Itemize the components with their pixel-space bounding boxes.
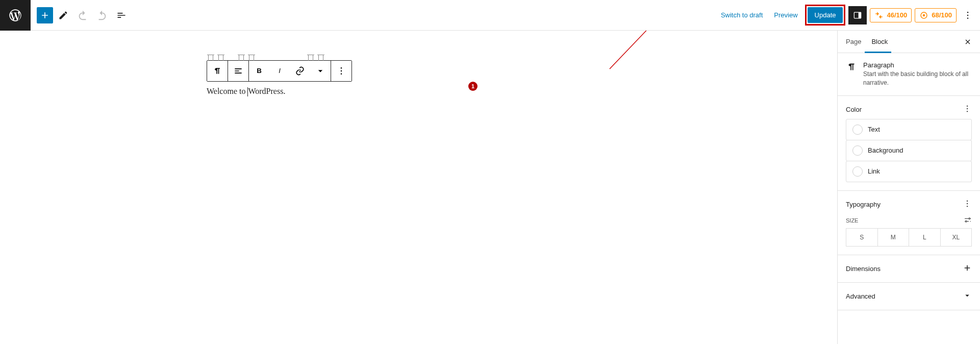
text-swatch [852,125,863,135]
background-swatch [852,145,863,156]
svg-rect-1 [859,12,861,18]
redo-icon [96,10,108,21]
plus-icon [40,10,50,20]
align-button[interactable] [228,61,248,81]
italic-button[interactable]: I [269,61,290,81]
size-custom-button[interactable] [964,216,972,225]
more-options-button[interactable] [960,6,976,24]
size-xl[interactable]: XL [940,229,972,246]
editor-area: B I Welcome to WordPress. [207,60,543,96]
block-description: Start with the basic building block of a… [863,70,972,87]
seo-score-1[interactable]: 46/100 [870,8,912,22]
link-icon [295,66,305,76]
close-icon [964,38,972,46]
toolbar-left [0,0,131,31]
advanced-heading: Advanced [846,292,875,300]
block-toolbar: B I [207,60,352,82]
svg-point-18 [341,70,342,72]
seo-icon-1 [874,11,884,20]
settings-sidebar-button[interactable] [848,6,867,24]
block-title: Paragraph [863,61,972,69]
color-options-button[interactable] [963,104,972,115]
svg-point-4 [967,11,969,13]
block-more-button[interactable] [331,61,351,81]
close-sidebar-button[interactable] [959,33,977,51]
svg-point-10 [967,200,968,201]
tab-page[interactable]: Page [841,31,866,53]
sliders-icon [964,216,972,224]
color-link-row[interactable]: Link [846,161,972,182]
redo-button[interactable] [93,6,111,24]
plus-icon [963,263,972,274]
add-block-button[interactable] [37,7,53,23]
paragraph-text-after: WordPress. [248,87,285,95]
size-m[interactable]: M [877,229,909,246]
bold-button[interactable]: B [249,61,269,81]
link-swatch [852,166,863,177]
dimensions-heading: Dimensions [846,265,881,273]
drag-handles-top[interactable] [208,55,329,61]
typography-panel: Typography SIZE S M L XL [838,191,980,255]
document-overview-button[interactable] [112,6,131,24]
color-background-row[interactable]: Background [846,140,972,161]
svg-text:B: B [257,67,262,75]
size-s[interactable]: S [846,229,877,246]
svg-point-8 [967,108,968,109]
svg-point-12 [967,206,968,207]
svg-point-14 [965,220,967,222]
toolbar-right: Switch to draft Preview Update 46/100 68… [717,5,976,26]
wordpress-logo[interactable] [0,0,31,31]
paragraph-text-before: Welcome to [207,87,247,95]
chevron-down-icon [315,66,325,76]
more-vertical-icon [963,104,972,113]
sidebar-icon [852,10,863,20]
list-icon [116,10,127,20]
color-background-label: Background [868,146,903,154]
annotation-badge-1: 1 [468,82,478,91]
sidebar-tabs: Page Block [838,31,980,53]
size-l[interactable]: L [909,229,940,246]
seo-score-2-value: 68/100 [932,11,952,19]
wordpress-icon [8,8,22,22]
link-button[interactable] [290,61,310,81]
settings-sidebar: Page Block Paragraph Start with the basi… [837,31,980,344]
editor-canvas: B I Welcome to WordPress. [0,31,837,344]
advanced-panel[interactable]: Advanced [838,283,980,310]
update-highlight: Update [805,5,846,26]
svg-point-13 [969,218,970,219]
pencil-icon [58,10,68,20]
undo-button[interactable] [73,6,92,24]
seo-icon-2 [919,11,928,20]
block-info-panel: Paragraph Start with the basic building … [838,53,980,96]
seo-score-2[interactable]: 68/100 [915,8,957,22]
svg-point-5 [967,14,969,16]
svg-text:I: I [279,67,281,75]
color-text-row[interactable]: Text [846,119,972,140]
color-link-label: Link [868,167,880,175]
edit-mode-button[interactable] [54,6,72,24]
color-panel: Color Text Background Link [838,96,980,191]
svg-point-6 [967,17,969,19]
svg-point-11 [967,203,968,204]
typography-heading: Typography [846,201,881,208]
top-toolbar: Switch to draft Preview Update 46/100 68… [0,0,980,31]
update-button[interactable]: Update [808,7,843,23]
switch-to-draft-button[interactable]: Switch to draft [717,8,767,22]
chevron-down-icon [963,291,972,302]
preview-button[interactable]: Preview [770,8,801,22]
block-type-button[interactable] [207,61,228,81]
size-buttons: S M L XL [846,228,972,247]
typography-options-button[interactable] [963,199,972,210]
tab-block[interactable]: Block [866,31,893,53]
align-icon [233,66,243,76]
svg-point-19 [341,73,342,75]
dimensions-panel[interactable]: Dimensions [838,255,980,283]
italic-icon: I [274,66,285,76]
color-text-label: Text [868,126,880,133]
svg-point-7 [967,105,968,106]
more-format-button[interactable] [310,61,331,81]
svg-point-17 [341,67,342,69]
paragraph-icon [212,66,222,76]
paragraph-block[interactable]: Welcome to WordPress. [207,87,543,96]
seo-score-1-value: 46/100 [887,11,907,19]
